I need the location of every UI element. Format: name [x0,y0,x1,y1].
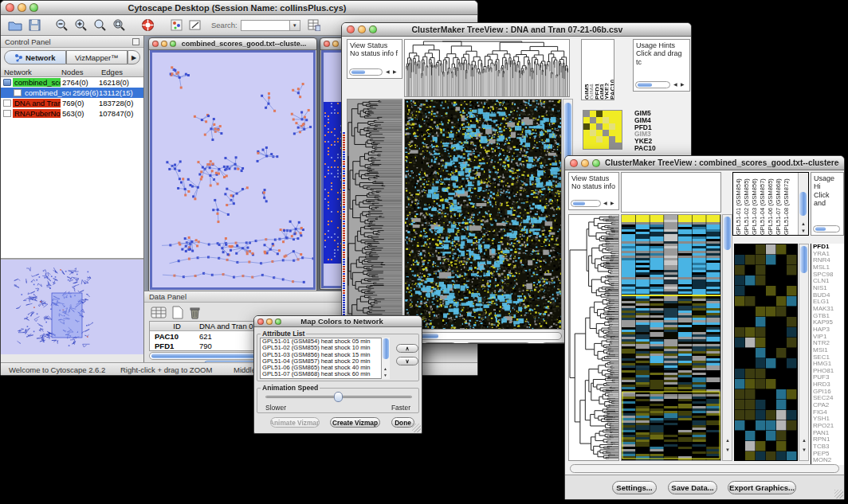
scroll-down-icon[interactable]: ▼ [383,373,387,377]
scroll-down-icon[interactable]: ▼ [801,229,806,233]
scroll-right-icon[interactable]: ▶ [681,82,685,87]
column-dendrogram-panel[interactable] [621,172,721,213]
scroll-up-icon[interactable]: ▲ [802,438,807,443]
delete-attribute-icon[interactable] [189,306,201,322]
float-panel-icon[interactable] [132,38,139,45]
minimize-button[interactable] [18,3,26,12]
column-label[interactable]: GIM4 [588,41,593,100]
labels-vscrollbar[interactable]: ▲ ▼ [798,173,808,235]
dialog-titlebar[interactable]: Map Colors to Network [254,316,422,327]
dialog-button[interactable]: Done [391,417,414,428]
dialog-button[interactable]: Animate Vizmap [270,417,320,428]
minimize-button[interactable] [332,41,339,47]
list-vscrollbar[interactable]: ▲ ▼ [381,338,390,379]
move-up-button[interactable]: ∧ [396,344,418,353]
close-button[interactable] [324,41,330,47]
scroll-down-icon[interactable]: ▼ [725,447,730,452]
tab-vizmapper[interactable]: VizMapper™ [66,50,128,64]
column-label[interactable]: GPL51-02 (GSM855) [743,174,751,235]
zoom-selected-icon[interactable] [109,17,128,34]
treeview1-button[interactable]: Export Graphics... [464,342,532,343]
column-label[interactable]: PAC10 [609,41,614,100]
row-dendrogram-canvas[interactable] [569,215,618,460]
treeview1-button[interactable]: Data... [422,342,458,343]
network-table-row[interactable]: combined_scores 2764(0) 16218(0) [1,77,143,88]
scroll-up-icon[interactable]: ▲ [383,367,387,371]
bottom-hscrollbar[interactable] [570,464,839,473]
zoom-button[interactable] [369,25,377,33]
tabs-overflow-button[interactable]: ▶ [128,50,140,64]
scroll-left-icon[interactable]: ◀ [603,201,607,205]
help-lifebuoy-icon[interactable] [138,17,157,34]
network-table-row[interactable]: RNAPuberNov2+ 563(0) 107847(0) [1,108,143,119]
status-hscrollbar[interactable] [349,68,383,76]
column-label[interactable]: GPL51-08 (GSM872) [783,174,791,235]
dialog-button[interactable]: Create Vizmap [330,417,380,428]
network-canvas[interactable] [152,53,315,289]
zoom-button[interactable] [592,159,600,167]
select-attributes-icon[interactable] [151,306,167,322]
heatmap-canvas[interactable] [405,100,561,329]
mini-heatmap-canvas[interactable] [583,111,622,149]
col-id[interactable]: ID [150,322,199,330]
search-input[interactable] [241,20,290,31]
minimize-button[interactable] [358,25,366,33]
scroll-right-icon[interactable]: ▶ [393,69,397,74]
heatmap-vscrollbar[interactable]: ▲ ▼ [722,214,732,461]
treeview2-button[interactable]: Save Data... [668,481,717,494]
hints-hscrollbar[interactable] [635,81,670,88]
resize-grip[interactable] [412,424,421,432]
close-button[interactable] [257,318,264,325]
treeview2-button[interactable]: Settings... [612,481,657,494]
heatmap-canvas[interactable] [622,215,720,460]
new-attribute-icon[interactable] [171,306,184,322]
network-table-row[interactable]: DNA and Tran 07 769(0) 183728(0) [1,98,143,108]
vizmap-tool-icon[interactable] [167,17,186,34]
zoom-vscrollbar[interactable]: ▲ ▼ [799,244,809,461]
scroll-right-icon[interactable]: ▶ [610,201,614,205]
scroll-up-icon[interactable]: ▲ [801,221,806,226]
tab-network[interactable]: Network [4,50,66,64]
attribute-list-item[interactable]: GPL51-07 (GSM868) heat shock 60 min [261,371,389,377]
scroll-up-icon[interactable]: ▲ [725,438,730,443]
column-label[interactable]: GPL51-03 (GSM856) [751,174,759,235]
main-titlebar[interactable]: Cytoscape Desktop (Session Name: collins… [1,1,477,15]
speed-slider-thumb[interactable] [334,392,343,402]
zoom-heatmap-canvas[interactable] [735,244,797,460]
annotation-tool-icon[interactable] [186,17,205,34]
column-label[interactable]: GPL51-04 (GSM857) [759,174,767,235]
gene-label[interactable]: MON2 [813,457,844,464]
minimize-button[interactable] [581,159,589,167]
column-label[interactable]: GPL51-06 (GSM865) [767,174,775,235]
close-button[interactable] [6,3,14,12]
treeview2-button[interactable]: Export Graphics... [728,481,796,494]
open-session-button[interactable] [6,17,25,34]
scroll-left-icon[interactable]: ◀ [673,82,677,87]
minimize-button[interactable] [266,318,273,325]
zoom-in-icon[interactable] [71,17,90,34]
scroll-down-icon[interactable]: ▼ [802,447,807,452]
treeview1-titlebar[interactable]: ClusterMaker TreeView : DNA and Tran 07-… [342,23,691,37]
zoom-button[interactable] [170,41,176,47]
status-hscrollbar[interactable] [571,200,601,207]
hints-hscrollbar[interactable] [813,225,840,232]
network-titlebar[interactable]: combined_scores_good.txt--cluste... [149,38,316,50]
zoom-out-icon[interactable] [52,17,71,34]
move-down-button[interactable]: ∨ [396,357,418,365]
scroll-left-icon[interactable]: ◀ [386,69,390,74]
close-button[interactable] [347,25,355,33]
minimize-button[interactable] [161,41,167,47]
column-label[interactable]: YKE2 [603,41,608,100]
heatmap-hscrollbar[interactable] [404,332,562,340]
zoom-button[interactable] [29,3,38,12]
attribute-table-icon[interactable] [304,17,324,34]
row-dendrogram-canvas[interactable] [347,100,402,329]
resize-grip[interactable] [834,490,843,498]
column-label[interactable]: GPL51-07 (GSM868) [775,174,783,235]
column-dendrogram-canvas[interactable] [405,40,569,96]
birdseye-canvas[interactable] [1,260,143,354]
search-dropdown-button[interactable]: ▼ [290,20,300,31]
close-button[interactable] [570,159,578,167]
save-session-button[interactable] [25,17,44,34]
close-button[interactable] [152,41,159,47]
